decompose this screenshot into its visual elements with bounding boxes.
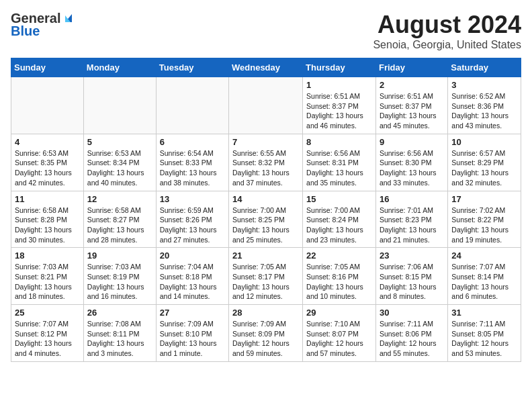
cell-content: Sunrise: 7:07 AM Sunset: 8:14 PM Dayligh… xyxy=(451,262,517,302)
cell-content: Sunrise: 7:00 AM Sunset: 8:25 PM Dayligh… xyxy=(232,205,299,245)
calendar-cell: 23Sunrise: 7:06 AM Sunset: 8:15 PM Dayli… xyxy=(375,248,447,305)
day-number: 21 xyxy=(232,250,299,261)
day-number: 31 xyxy=(451,308,517,318)
cell-content: Sunrise: 7:11 AM Sunset: 8:06 PM Dayligh… xyxy=(380,319,444,359)
week-row-3: 11Sunrise: 6:58 AM Sunset: 8:28 PM Dayli… xyxy=(11,191,521,248)
calendar-cell: 1Sunrise: 6:51 AM Sunset: 8:37 PM Daylig… xyxy=(303,77,376,134)
cell-content: Sunrise: 6:58 AM Sunset: 8:28 PM Dayligh… xyxy=(15,205,80,245)
cell-content: Sunrise: 6:58 AM Sunset: 8:27 PM Dayligh… xyxy=(87,205,152,245)
cell-content: Sunrise: 7:02 AM Sunset: 8:22 PM Dayligh… xyxy=(451,205,517,245)
calendar-cell: 24Sunrise: 7:07 AM Sunset: 8:14 PM Dayli… xyxy=(448,248,521,305)
week-row-1: 1Sunrise: 6:51 AM Sunset: 8:37 PM Daylig… xyxy=(11,77,521,134)
calendar-cell: 25Sunrise: 7:07 AM Sunset: 8:12 PM Dayli… xyxy=(11,305,84,362)
calendar-cell xyxy=(83,77,156,134)
day-number: 3 xyxy=(451,80,517,90)
calendar-cell: 14Sunrise: 7:00 AM Sunset: 8:25 PM Dayli… xyxy=(229,191,303,248)
day-number: 17 xyxy=(451,194,517,204)
calendar-cell: 6Sunrise: 6:54 AM Sunset: 8:33 PM Daylig… xyxy=(156,134,228,191)
cell-content: Sunrise: 7:10 AM Sunset: 8:07 PM Dayligh… xyxy=(306,319,372,359)
cell-content: Sunrise: 6:57 AM Sunset: 8:29 PM Dayligh… xyxy=(451,148,517,188)
col-sunday: Sunday xyxy=(11,58,84,77)
calendar-cell: 26Sunrise: 7:08 AM Sunset: 8:11 PM Dayli… xyxy=(83,305,156,362)
cell-content: Sunrise: 7:08 AM Sunset: 8:11 PM Dayligh… xyxy=(87,319,152,359)
day-number: 24 xyxy=(451,250,517,261)
day-number: 6 xyxy=(160,137,225,147)
calendar-cell: 12Sunrise: 6:58 AM Sunset: 8:27 PM Dayli… xyxy=(83,191,156,248)
day-number: 5 xyxy=(87,137,152,147)
day-number: 15 xyxy=(306,194,372,204)
calendar-cell: 15Sunrise: 7:00 AM Sunset: 8:24 PM Dayli… xyxy=(303,191,376,248)
cell-content: Sunrise: 7:05 AM Sunset: 8:16 PM Dayligh… xyxy=(306,262,372,302)
day-number: 30 xyxy=(380,308,444,318)
week-row-5: 25Sunrise: 7:07 AM Sunset: 8:12 PM Dayli… xyxy=(11,305,521,362)
calendar-cell: 27Sunrise: 7:09 AM Sunset: 8:10 PM Dayli… xyxy=(156,305,228,362)
logo-blue: Blue xyxy=(11,24,40,39)
calendar-cell: 31Sunrise: 7:11 AM Sunset: 8:05 PM Dayli… xyxy=(448,305,521,362)
cell-content: Sunrise: 6:52 AM Sunset: 8:36 PM Dayligh… xyxy=(451,91,517,131)
cell-content: Sunrise: 7:05 AM Sunset: 8:17 PM Dayligh… xyxy=(232,262,299,302)
calendar-cell: 20Sunrise: 7:04 AM Sunset: 8:18 PM Dayli… xyxy=(156,248,228,305)
day-number: 7 xyxy=(232,137,299,147)
cell-content: Sunrise: 7:06 AM Sunset: 8:15 PM Dayligh… xyxy=(380,262,444,302)
day-number: 12 xyxy=(87,194,152,204)
calendar-cell: 30Sunrise: 7:11 AM Sunset: 8:06 PM Dayli… xyxy=(375,305,447,362)
day-number: 10 xyxy=(451,137,517,147)
calendar-cell: 3Sunrise: 6:52 AM Sunset: 8:36 PM Daylig… xyxy=(448,77,521,134)
day-number: 16 xyxy=(380,194,444,204)
day-number: 2 xyxy=(380,80,444,90)
day-number: 22 xyxy=(306,250,372,261)
col-thursday: Thursday xyxy=(303,58,376,77)
calendar-cell: 5Sunrise: 6:53 AM Sunset: 8:34 PM Daylig… xyxy=(83,134,156,191)
calendar-cell: 29Sunrise: 7:10 AM Sunset: 8:07 PM Dayli… xyxy=(303,305,376,362)
day-number: 26 xyxy=(87,308,152,318)
calendar-cell: 13Sunrise: 6:59 AM Sunset: 8:26 PM Dayli… xyxy=(156,191,228,248)
calendar-cell: 16Sunrise: 7:01 AM Sunset: 8:23 PM Dayli… xyxy=(375,191,447,248)
col-monday: Monday xyxy=(83,58,156,77)
day-number: 29 xyxy=(306,308,372,318)
cell-content: Sunrise: 6:59 AM Sunset: 8:26 PM Dayligh… xyxy=(160,205,225,245)
calendar-cell: 17Sunrise: 7:02 AM Sunset: 8:22 PM Dayli… xyxy=(448,191,521,248)
day-number: 28 xyxy=(232,308,299,318)
day-number: 14 xyxy=(232,194,299,204)
cell-content: Sunrise: 7:11 AM Sunset: 8:05 PM Dayligh… xyxy=(451,319,517,359)
cell-content: Sunrise: 6:55 AM Sunset: 8:32 PM Dayligh… xyxy=(232,148,299,188)
cell-content: Sunrise: 7:09 AM Sunset: 8:09 PM Dayligh… xyxy=(232,319,299,359)
calendar-cell: 8Sunrise: 6:56 AM Sunset: 8:31 PM Daylig… xyxy=(303,134,376,191)
calendar-cell: 7Sunrise: 6:55 AM Sunset: 8:32 PM Daylig… xyxy=(229,134,303,191)
title-area: August 2024 Senoia, Georgia, United Stat… xyxy=(373,11,521,51)
calendar-cell: 22Sunrise: 7:05 AM Sunset: 8:16 PM Dayli… xyxy=(303,248,376,305)
day-number: 4 xyxy=(15,137,80,147)
cell-content: Sunrise: 6:53 AM Sunset: 8:35 PM Dayligh… xyxy=(15,148,80,188)
col-tuesday: Tuesday xyxy=(156,58,228,77)
calendar-cell: 21Sunrise: 7:05 AM Sunset: 8:17 PM Dayli… xyxy=(229,248,303,305)
day-number: 1 xyxy=(306,80,372,90)
cell-content: Sunrise: 7:03 AM Sunset: 8:19 PM Dayligh… xyxy=(87,262,152,302)
day-number: 13 xyxy=(160,194,225,204)
cell-content: Sunrise: 7:07 AM Sunset: 8:12 PM Dayligh… xyxy=(15,319,80,359)
day-number: 25 xyxy=(15,308,80,318)
day-number: 19 xyxy=(87,250,152,261)
calendar-cell: 2Sunrise: 6:51 AM Sunset: 8:37 PM Daylig… xyxy=(375,77,447,134)
page-subtitle: Senoia, Georgia, United States xyxy=(373,39,521,51)
day-number: 18 xyxy=(15,250,80,261)
cell-content: Sunrise: 6:51 AM Sunset: 8:37 PM Dayligh… xyxy=(380,91,444,131)
calendar-cell: 9Sunrise: 6:56 AM Sunset: 8:30 PM Daylig… xyxy=(375,134,447,191)
calendar-header-row: Sunday Monday Tuesday Wednesday Thursday… xyxy=(11,58,521,77)
day-number: 9 xyxy=(380,137,444,147)
cell-content: Sunrise: 7:01 AM Sunset: 8:23 PM Dayligh… xyxy=(380,205,444,245)
cell-content: Sunrise: 7:00 AM Sunset: 8:24 PM Dayligh… xyxy=(306,205,372,245)
cell-content: Sunrise: 6:53 AM Sunset: 8:34 PM Dayligh… xyxy=(87,148,152,188)
calendar-table: Sunday Monday Tuesday Wednesday Thursday… xyxy=(11,58,521,362)
day-number: 23 xyxy=(380,250,444,261)
cell-content: Sunrise: 6:56 AM Sunset: 8:31 PM Dayligh… xyxy=(306,148,372,188)
calendar-cell xyxy=(11,77,84,134)
calendar-cell: 28Sunrise: 7:09 AM Sunset: 8:09 PM Dayli… xyxy=(229,305,303,362)
col-saturday: Saturday xyxy=(448,58,521,77)
page-title: August 2024 xyxy=(373,11,521,39)
cell-content: Sunrise: 6:54 AM Sunset: 8:33 PM Dayligh… xyxy=(160,148,225,188)
calendar-cell: 4Sunrise: 6:53 AM Sunset: 8:35 PM Daylig… xyxy=(11,134,84,191)
cell-content: Sunrise: 7:03 AM Sunset: 8:21 PM Dayligh… xyxy=(15,262,80,302)
week-row-2: 4Sunrise: 6:53 AM Sunset: 8:35 PM Daylig… xyxy=(11,134,521,191)
calendar-cell xyxy=(229,77,303,134)
calendar-cell xyxy=(156,77,228,134)
